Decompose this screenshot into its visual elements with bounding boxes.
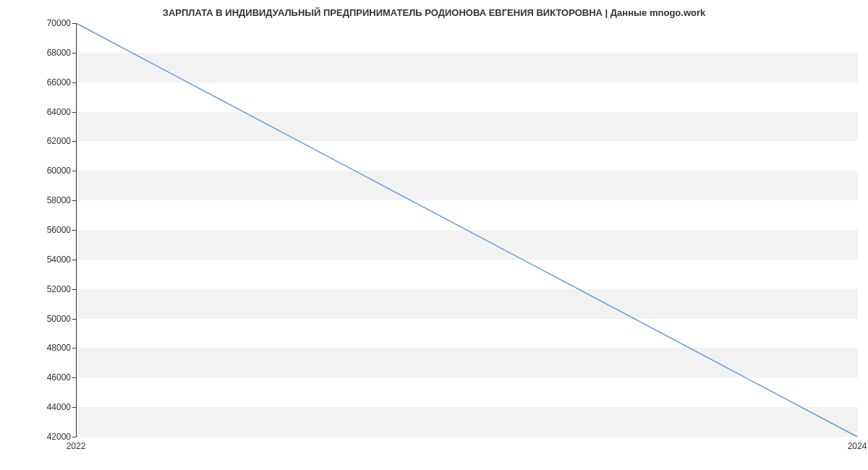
chart-plot-area [76,23,857,437]
y-axis-tick-mark [72,171,76,171]
y-axis-tick-label: 66000 [27,77,71,87]
y-axis-tick-label: 60000 [27,166,71,176]
y-axis-tick-mark [72,53,76,54]
y-axis-tick-mark [72,407,76,408]
y-axis-tick-label: 68000 [27,48,71,58]
y-axis-tick-label: 48000 [27,343,71,353]
y-axis-tick-mark [72,82,76,83]
y-axis-tick-label: 70000 [27,18,71,28]
y-axis-tick-label: 54000 [27,255,71,265]
y-axis-tick-mark [72,437,76,437]
data-line [76,23,857,437]
y-axis-tick-label: 46000 [27,372,71,383]
y-axis-tick-label: 56000 [27,225,71,235]
y-axis-tick-label: 42000 [27,432,71,442]
y-axis-tick-mark [72,289,76,290]
y-axis-tick-label: 44000 [27,402,71,412]
y-axis-tick-mark [72,200,76,201]
y-axis-tick-mark [72,141,76,142]
y-axis-tick-mark [72,377,76,378]
y-axis-tick-label: 58000 [27,195,71,205]
y-axis-tick-mark [72,23,76,24]
chart-title: ЗАРПЛАТА В ИНДИВИДУАЛЬНЫЙ ПРЕДПРИНИМАТЕЛ… [0,0,868,24]
chart-line-series [76,23,857,437]
y-axis-tick-mark [72,112,76,113]
y-axis-tick-mark [72,230,76,231]
y-axis-tick-mark [72,260,76,260]
y-axis-tick-mark [72,348,76,349]
y-axis-tick-label: 50000 [27,314,71,324]
y-axis-tick-label: 62000 [27,136,71,146]
y-axis-tick-mark [72,319,76,320]
y-axis-tick-label: 52000 [27,284,71,294]
x-axis-tick-label: 2024 [848,441,867,451]
x-axis-tick-label: 2022 [67,441,86,451]
y-axis-tick-label: 64000 [27,107,71,117]
